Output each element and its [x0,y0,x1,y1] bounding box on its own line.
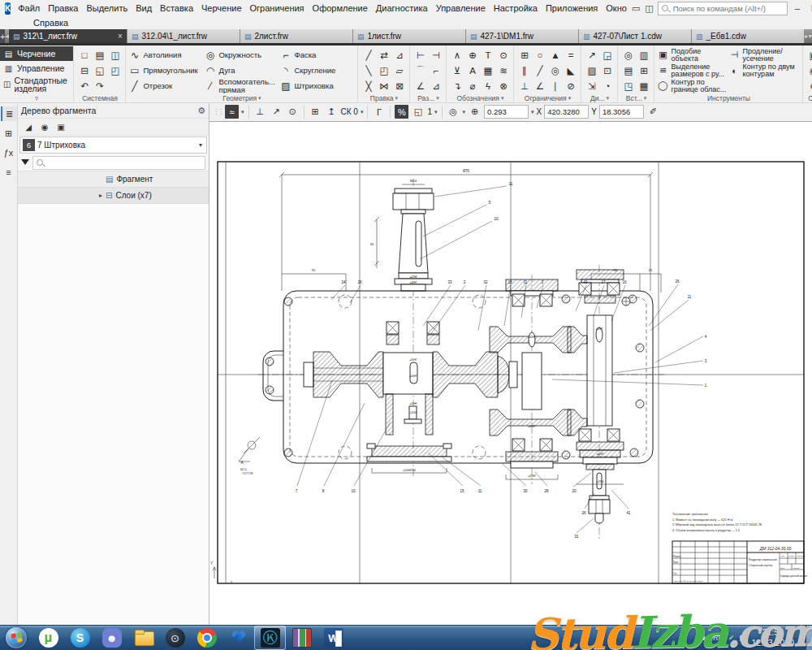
taskbar-app-icon[interactable] [222,626,254,650]
insert-tool-icon[interactable]: ▦ [636,78,651,93]
system-tool-icon[interactable]: ▤ [92,47,107,63]
properties-panel-icon[interactable]: ⊞ [2,126,16,141]
constraint-tool-icon[interactable]: ⊘ [563,78,578,93]
edit-tool-icon[interactable]: ⋈ [376,78,391,93]
insert-tool-icon[interactable]: ◎ [620,47,636,63]
gear-icon[interactable]: ⚙ [197,106,205,116]
annotation-tool-icon[interactable]: ϟ [480,78,495,93]
annotation-tool-icon[interactable]: ∧ [449,47,464,63]
image-tool-icon[interactable]: ▣ [54,120,68,133]
constraint-tool-icon[interactable]: ⊞ [516,47,532,63]
layout-split-icon[interactable]: ◫ [644,3,654,14]
menu-item[interactable]: Вставка [156,2,197,15]
menu-item[interactable]: Правка [44,2,82,15]
annotation-tool-icon[interactable]: ≋ [495,63,511,78]
document-tab[interactable]: ▤ 312.04\1_лист.frw [127,29,240,43]
diagnostic-tool-icon[interactable]: ⇲ [584,78,599,93]
annotation-tool-icon[interactable]: ⊙ [495,47,511,63]
system-tool-icon[interactable]: ◫ [107,47,123,63]
constraint-tool-icon[interactable]: ◣ [563,63,578,78]
snap-perpendicular-icon[interactable]: ⊥ [253,105,267,119]
tree-node-fragment[interactable]: ▤ Фрагмент [18,171,209,188]
menu-item[interactable]: Окно [602,2,631,15]
dimension-tool-icon[interactable]: ⌒ [412,63,428,78]
dimension-tool-icon[interactable]: ⊢ [412,47,428,63]
command-search-input[interactable] [672,3,784,14]
instrument-tool[interactable]: ⊣ Продление/ усечение [728,47,800,63]
instrument-tool[interactable]: ≌ Выделение размеров с ру... [657,63,728,78]
dimension-tool-icon[interactable]: ⌐ [428,63,443,78]
extra-tool-icon[interactable]: ◉ [806,63,812,78]
menu-item[interactable]: Ограничения [246,2,309,15]
tree-node-layers[interactable]: ▸ ⊟ Слои (x7) [18,188,209,204]
eyedropper-icon[interactable]: ✐ [646,105,660,119]
variables-panel-icon[interactable]: ƒx [2,145,16,160]
diagnostic-tool-icon[interactable]: ↗ [584,47,599,63]
document-tab[interactable]: ▥ 427-07\Лист 1.cdw [579,29,692,43]
document-tab[interactable]: ▤ 427-1\DM1.frw [466,29,579,43]
geometry-tool[interactable]: ◎ Окружность [204,47,279,63]
annotation-tool-icon[interactable]: T [480,47,495,63]
geometry-tool[interactable]: ▭ Прямоугольник [128,63,204,78]
insert-tool-icon[interactable]: ▤ [620,63,636,78]
annotation-tool-icon[interactable]: ▦ [480,63,495,78]
taskbar-app-icon[interactable]: ☻ [96,626,127,650]
extra-tool-icon[interactable]: ▣ [806,47,812,63]
grid-icon[interactable]: ⊞ [309,105,322,119]
document-tab[interactable]: ▤ 1лист.frw [353,29,466,43]
panel-switch-button[interactable]: ◫ Стандартные изделия [0,76,73,93]
tab-close-icon[interactable]: × [118,32,123,41]
system-tool-icon[interactable]: ⊟ [76,63,92,78]
x-coordinate-field[interactable]: 420.3280 [544,105,589,119]
hidden-icons-arrow[interactable]: ▲ [701,634,708,642]
constraint-tool-icon[interactable]: ╱ [532,63,547,78]
edit-tool-icon[interactable]: ╳ [361,78,376,93]
geometry-tool[interactable]: ◠ Дуга [204,63,279,78]
antivirus-tray-icon[interactable]: ✔ [728,634,735,642]
taskbar-app-icon[interactable]: Ⓚ [254,626,286,650]
system-tool-icon[interactable]: ◰ [107,63,123,78]
document-tab[interactable]: ▥ _Ебв1.cdw [692,29,805,43]
constraint-tool-icon[interactable]: ▲ [547,47,563,63]
edit-tool-icon[interactable]: ╱ [361,47,376,63]
chevron-down-icon[interactable]: ▾ [531,109,534,115]
edit-tool-icon[interactable]: ⊿ [391,47,407,63]
constraint-tool-icon[interactable]: = [563,47,578,63]
taskbar-clock[interactable]: 21:51 12.03.2020 [743,627,806,648]
annotation-tool-icon[interactable]: ⌀ [464,78,480,93]
annotation-tool-icon[interactable]: ⊗ [495,78,511,93]
menu-item[interactable]: Приложения [542,2,602,15]
taskbar-app-icon[interactable] [286,626,317,650]
layer-tool-icon[interactable]: ◢ [21,120,36,133]
geometry-tool[interactable]: ∿ Автолиния [128,47,204,63]
geometry-tool[interactable]: ⌐ Фаска [279,47,355,63]
diagnostic-tool-icon[interactable]: ◲ [599,47,615,63]
constraint-tool-icon[interactable]: ◎ [547,63,563,78]
zoom-value-field[interactable]: 0.293 [484,105,529,119]
document-tab[interactable]: ▤ 312\1_лист.frw × [9,29,127,43]
insert-tool-icon[interactable]: ▥ [636,47,651,63]
geometry-tool[interactable]: ╱ Отрезок [128,78,204,93]
current-layer-select[interactable]: 6 7 Штриховка ▾ [19,136,207,154]
menu-panel-icon[interactable]: ≡ [2,165,16,180]
panel-collapse-icon[interactable]: ▿ [0,93,73,102]
chevron-down-icon[interactable]: ▾ [463,109,466,115]
taskbar-app-icon[interactable] [191,626,222,650]
style-tool-icon[interactable]: ◉ [37,120,52,133]
constraint-tool-icon[interactable]: ∣ [547,78,563,93]
tree-search[interactable] [32,156,205,170]
constraint-tool-icon[interactable]: ∠ [532,78,547,93]
filter-icon[interactable] [21,159,29,169]
edit-tool-icon[interactable]: ⇄ [376,47,391,63]
taskbar-app-icon[interactable] [127,626,159,650]
menu-item[interactable]: Вид [132,2,156,15]
taskbar-app-icon[interactable]: ⊙ [159,626,191,650]
line-style-button[interactable]: ≈ [225,105,239,119]
system-tool-icon[interactable]: ↷ [92,78,107,93]
menu-item[interactable]: Настройка [490,2,542,15]
restore-button[interactable]: ☐ [807,3,812,14]
panel-switch-button[interactable]: ▤ Черчение [0,46,73,61]
geometry-tool[interactable]: ⁄ Вспомогатель... прямая [204,78,279,93]
diagnostic-tool-icon[interactable]: ▨ [584,63,599,78]
document-tab[interactable]: ▤ 2лист.frw [240,29,353,43]
